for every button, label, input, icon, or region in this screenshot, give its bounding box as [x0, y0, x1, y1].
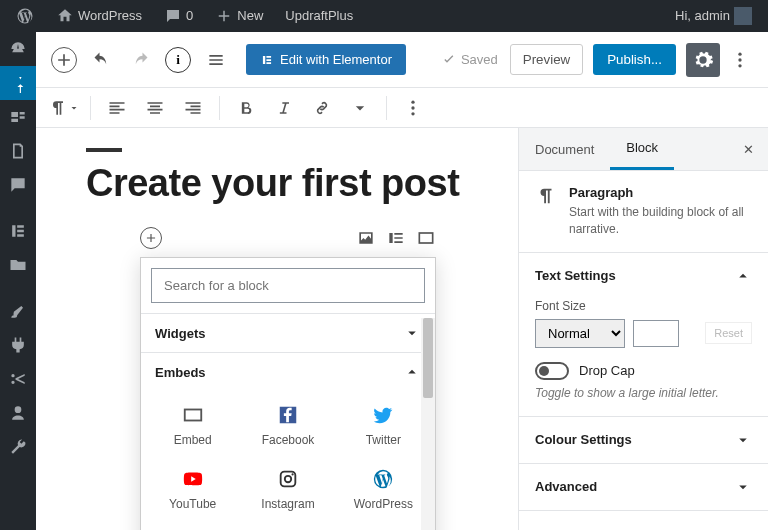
greeting: Hi, admin	[675, 0, 730, 32]
site-name: WordPress	[78, 0, 142, 32]
account-menu[interactable]: Hi, admin	[667, 0, 760, 32]
new-label: New	[237, 0, 263, 32]
site-name-link[interactable]: WordPress	[48, 0, 150, 32]
new-content-link[interactable]: New	[207, 0, 271, 32]
comments-count: 0	[186, 0, 193, 32]
wordpress-icon	[16, 7, 34, 25]
wp-logo-menu[interactable]	[8, 7, 42, 25]
comments-link[interactable]: 0	[156, 0, 201, 32]
home-icon	[56, 7, 74, 25]
updraft-menu[interactable]: UpdraftPlus	[277, 0, 361, 32]
plus-icon	[215, 7, 233, 25]
avatar	[734, 7, 752, 25]
comment-icon	[164, 7, 182, 25]
updraft-label: UpdraftPlus	[285, 0, 353, 32]
adminbar: WordPress 0 New UpdraftPlus Hi, admin	[0, 0, 768, 32]
